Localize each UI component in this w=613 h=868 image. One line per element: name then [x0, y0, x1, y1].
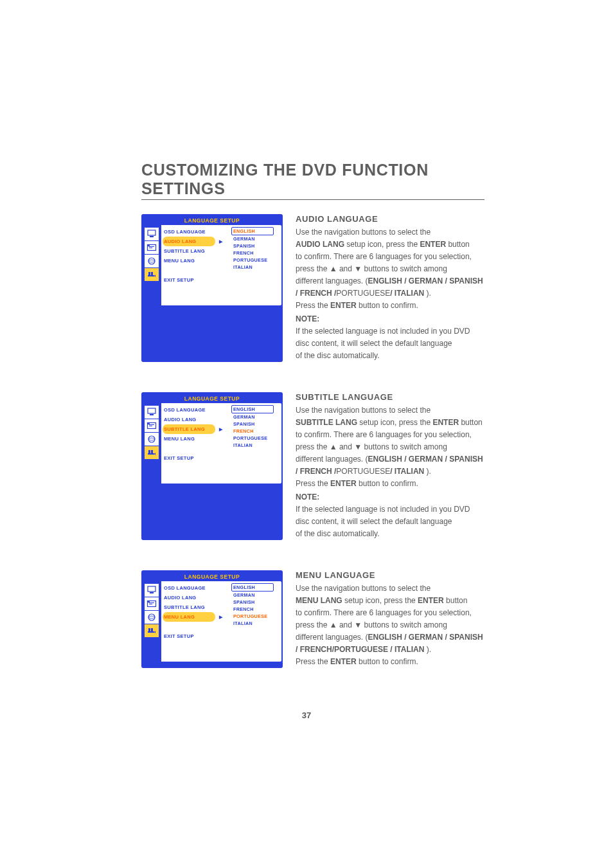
osd-category-icon	[145, 624, 159, 637]
osd-menu-item: AUDIO LANG	[164, 415, 231, 424]
osd-menu-column: OSD LANGUAGEAUDIO LANGSUBTITLE LANGMENU …	[161, 225, 231, 305]
osd-option-item: PORTUGUESE	[233, 613, 280, 620]
svg-rect-20	[148, 586, 155, 592]
note-label: NOTE:	[296, 313, 484, 325]
osd-category-icon	[145, 241, 159, 254]
note-line: disc content, it will select the default…	[296, 338, 484, 350]
svg-rect-19	[148, 453, 154, 455]
osd-menu-item: MENU LANG	[164, 256, 231, 266]
osd-category-icon	[145, 419, 159, 432]
svg-rect-3	[149, 246, 154, 247]
osd-icon-column	[143, 581, 161, 662]
section: LANGUAGE SETUPOSD LANGUAGEAUDIO LANGSUBT…	[141, 391, 484, 540]
svg-rect-24	[149, 604, 152, 604]
osd-menu-column: OSD LANGUAGEAUDIO LANGSUBTITLE LANGMENU …	[161, 403, 231, 484]
svg-point-15	[148, 423, 150, 425]
osd-category-icon	[145, 268, 159, 281]
osd-inner: OSD LANGUAGEAUDIO LANGSUBTITLE LANGMENU …	[143, 581, 281, 662]
osd-category-icon	[145, 584, 159, 597]
osd-title: LANGUAGE SETUP	[143, 572, 281, 581]
osd-menu-item: EXIT SETUP	[164, 275, 231, 285]
osd-menu-item: AUDIO LANG	[163, 237, 215, 246]
section: LANGUAGE SETUPOSD LANGUAGEAUDIO LANGSUBT…	[141, 213, 484, 362]
osd-title: LANGUAGE SETUP	[143, 393, 281, 403]
osd-category-icon	[145, 611, 159, 624]
osd-option-item: ENGLISH	[231, 227, 274, 235]
osd-option-item: ITALIAN	[233, 442, 280, 449]
section-paragraph: Use the navigation buttons to select the…	[296, 404, 484, 490]
osd-menu-item: AUDIO LANG	[164, 593, 231, 602]
osd-inner: OSD LANGUAGEAUDIO LANGSUBTITLE LANGMENU …	[143, 225, 281, 305]
osd-icon-column	[143, 225, 161, 305]
svg-rect-10	[148, 408, 155, 413]
page-number: 37	[0, 710, 613, 720]
osd-options-column: ENGLISHGERMANSPANISHFRENCHPORTUGUESEITAL…	[231, 403, 281, 484]
osd-option-item: SPANISH	[233, 420, 280, 428]
svg-point-25	[148, 601, 150, 603]
osd-menu-column: OSD LANGUAGEAUDIO LANGSUBTITLE LANGMENU …	[161, 581, 231, 662]
osd-category-icon	[145, 597, 159, 610]
page-title: CUSTOMIZING THE DVD FUNCTION SETTINGS	[141, 161, 484, 198]
svg-rect-4	[149, 248, 152, 248]
osd-option-item: SPANISH	[233, 599, 280, 606]
osd-option-item: FRENCH	[233, 428, 280, 435]
section-body: AUDIO LANGUAGEUse the navigation buttons…	[296, 213, 484, 362]
svg-rect-0	[148, 230, 155, 235]
osd-option-item: PORTUGUESE	[233, 257, 280, 264]
osd-title: LANGUAGE SETUP	[143, 215, 281, 225]
svg-rect-1	[150, 236, 154, 237]
osd-menu-item: SUBTITLE LANG	[164, 246, 231, 256]
svg-rect-18	[151, 450, 153, 453]
svg-point-5	[148, 245, 150, 247]
section-heading: SUBTITLE LANGUAGE	[296, 391, 484, 403]
svg-point-16	[148, 436, 155, 442]
osd-option-item: ITALIAN	[233, 620, 280, 627]
svg-rect-7	[148, 272, 150, 275]
note-label: NOTE:	[296, 491, 484, 503]
osd-category-icon	[145, 255, 159, 267]
osd-option-item: GERMAN	[233, 235, 280, 242]
osd-category-icon	[145, 228, 159, 240]
osd-option-item: ENGLISH	[231, 583, 274, 592]
osd-category-icon	[145, 433, 159, 446]
section-paragraph: Use the navigation buttons to select the…	[296, 583, 484, 668]
section-body: MENU LANGUAGEUse the navigation buttons …	[296, 569, 484, 668]
svg-rect-11	[150, 414, 154, 415]
osd-screenshot: LANGUAGE SETUPOSD LANGUAGEAUDIO LANGSUBT…	[141, 570, 283, 668]
osd-category-icon	[145, 406, 159, 419]
osd-menu-item: MENU LANG	[163, 612, 215, 622]
svg-rect-13	[149, 424, 154, 425]
osd-option-item: ITALIAN	[233, 264, 280, 271]
title-divider	[141, 199, 484, 200]
osd-menu-item: OSD LANGUAGE	[164, 405, 231, 415]
osd-inner: OSD LANGUAGEAUDIO LANGSUBTITLE LANGMENU …	[143, 403, 281, 484]
osd-option-item: FRENCH	[233, 606, 280, 613]
svg-point-6	[148, 258, 155, 264]
svg-rect-17	[148, 450, 150, 453]
osd-option-item: FRENCH	[233, 249, 280, 257]
osd-menu-item: EXIT SETUP	[164, 631, 231, 641]
osd-option-item: ENGLISH	[231, 405, 274, 413]
svg-rect-9	[148, 275, 154, 276]
note-line: disc content, it will select the default…	[296, 516, 484, 528]
osd-category-icon	[145, 446, 159, 459]
svg-rect-21	[150, 592, 154, 593]
note-line: of the disc automatically.	[296, 350, 484, 362]
svg-rect-8	[151, 272, 153, 275]
svg-rect-23	[149, 602, 154, 603]
osd-option-item: GERMAN	[233, 592, 280, 599]
note-line: If the selected language is not included…	[296, 503, 484, 516]
section-body: SUBTITLE LANGUAGEUse the navigation butt…	[296, 391, 484, 540]
note-line: If the selected language is not included…	[296, 325, 484, 338]
svg-rect-27	[148, 628, 150, 631]
osd-options-column: ENGLISHGERMANSPANISHFRENCHPORTUGUESEITAL…	[231, 581, 281, 662]
osd-screenshot: LANGUAGE SETUPOSD LANGUAGEAUDIO LANGSUBT…	[141, 392, 283, 540]
osd-menu-item: SUBTITLE LANG	[163, 424, 215, 434]
section: LANGUAGE SETUPOSD LANGUAGEAUDIO LANGSUBT…	[141, 569, 484, 668]
note-line: of the disc automatically.	[296, 528, 484, 540]
osd-option-item: SPANISH	[233, 242, 280, 249]
osd-menu-item: OSD LANGUAGE	[164, 583, 231, 593]
osd-option-item: PORTUGUESE	[233, 435, 280, 442]
osd-menu-item: SUBTITLE LANG	[164, 602, 231, 612]
osd-menu-item: EXIT SETUP	[164, 453, 231, 463]
